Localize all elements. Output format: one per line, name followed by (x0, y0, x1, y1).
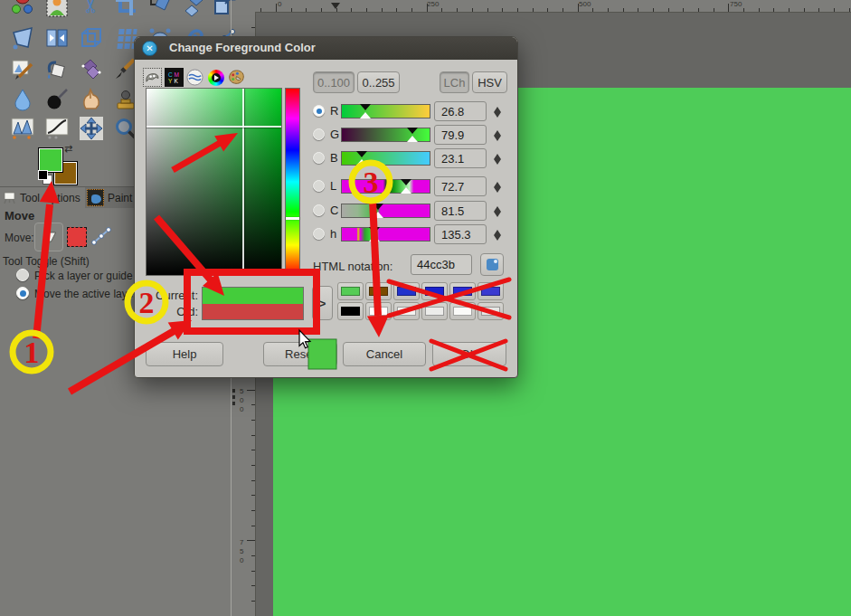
channel-g-value[interactable]: 79.9 (434, 125, 487, 145)
tab-tool-options-label: Tool Options (20, 192, 80, 204)
tool-curves[interactable] (42, 114, 72, 143)
color-picker-button[interactable] (480, 253, 504, 276)
horizontal-ruler[interactable]: 0 250 500 750 (232, 0, 851, 13)
palette-expander-button[interactable]: > (312, 286, 333, 320)
gradient-icon (80, 57, 103, 81)
reset-button[interactable]: Reset (263, 342, 337, 366)
tool-smudge[interactable] (76, 85, 107, 114)
radio-move-active[interactable] (16, 287, 29, 299)
tool-scissors-select[interactable]: ✂ (76, 0, 107, 20)
history-swatch[interactable] (478, 282, 504, 300)
channel-b-radio[interactable] (313, 152, 325, 164)
tool-foreground-select[interactable] (42, 0, 72, 20)
tool-gradient[interactable] (76, 54, 107, 83)
channel-r-value[interactable]: 26.8 (434, 101, 487, 121)
dialog-titlebar[interactable]: ✕ Change Foreground Color (135, 37, 517, 60)
tool-flip[interactable] (42, 24, 72, 52)
tool-unified-transform[interactable] (145, 0, 175, 20)
channel-g-radio[interactable] (313, 128, 325, 140)
tool-shear[interactable] (179, 0, 210, 20)
cancel-button[interactable]: Cancel (343, 342, 426, 366)
v-ruler-marker (232, 402, 235, 405)
history-swatch[interactable] (337, 302, 364, 320)
tool-move[interactable] (76, 114, 107, 143)
selector-palette-tab[interactable] (227, 68, 246, 87)
tool-mypaint-brush[interactable] (7, 54, 38, 83)
tool-levels[interactable] (7, 114, 38, 143)
channel-c-slider[interactable] (341, 204, 430, 218)
history-swatch[interactable] (421, 282, 448, 300)
channel-g-spinner[interactable] (489, 125, 506, 145)
channel-row-h: h 135.3 (135, 224, 517, 244)
history-swatch[interactable] (393, 282, 420, 300)
v-ruler-number: 500 (240, 387, 246, 414)
tool-bucket-fill[interactable] (42, 54, 72, 83)
foreground-select-icon (45, 0, 69, 17)
v-ruler-marker (232, 389, 235, 393)
history-swatch[interactable] (393, 302, 420, 320)
cube-icon (80, 26, 103, 50)
range-0-100-button[interactable]: 0..100 (313, 71, 355, 93)
help-button[interactable]: Help (146, 342, 223, 366)
history-swatch[interactable] (449, 282, 476, 300)
channel-l-spinner[interactable] (489, 176, 506, 196)
move-selection-button[interactable] (67, 227, 87, 247)
lch-button[interactable]: LCh (440, 71, 469, 93)
channel-h-value[interactable]: 135.3 (434, 224, 487, 244)
channel-l-radio[interactable] (313, 180, 325, 192)
v-ruler-number: 750 (240, 538, 246, 565)
selector-cmyk-tab[interactable]: CMYK (165, 68, 184, 87)
channel-r-label: R (330, 104, 338, 118)
tab-tool-options[interactable]: Tool Options (0, 187, 85, 208)
channel-b-value[interactable]: 23.1 (434, 148, 487, 168)
move-icon (80, 117, 103, 140)
range-0-255-button[interactable]: 0..255 (357, 71, 400, 93)
tool-blur[interactable] (7, 85, 38, 114)
channel-c-spinner[interactable] (489, 201, 506, 221)
selector-wheel-tab[interactable] (206, 68, 225, 87)
selector-gimp-tab[interactable] (143, 68, 162, 87)
history-swatch[interactable] (478, 302, 504, 320)
tool-crop[interactable] (110, 0, 141, 20)
channel-l-value[interactable]: 72.7 (434, 176, 487, 196)
close-icon[interactable]: ✕ (142, 41, 157, 56)
channel-r-slider[interactable] (341, 104, 430, 118)
tool-ink[interactable] (42, 85, 72, 114)
channel-row-l: L 72.7 (135, 176, 517, 196)
history-swatch[interactable] (449, 302, 476, 320)
radio-pick-layer[interactable] (16, 269, 29, 281)
swap-colors-icon[interactable]: ⇄ (64, 143, 72, 155)
channel-c-radio[interactable] (313, 204, 325, 216)
tool-perspective[interactable] (7, 24, 38, 52)
tool-scale[interactable] (209, 0, 240, 20)
selector-watercolor-tab[interactable] (185, 68, 204, 87)
scissors-icon: ✂ (80, 0, 103, 17)
channel-r-spinner[interactable] (489, 101, 506, 121)
svg-text:M: M (175, 71, 179, 78)
foreground-color-swatch[interactable] (38, 147, 63, 173)
channel-b-slider[interactable] (341, 151, 430, 166)
v-ruler-marker (232, 395, 235, 399)
tool-select-by-color[interactable] (7, 0, 38, 20)
move-layer-button[interactable] (34, 223, 63, 251)
history-swatch[interactable] (365, 302, 392, 320)
channel-c-value[interactable]: 81.5 (434, 201, 487, 221)
tool-3d-transform[interactable] (76, 24, 107, 52)
html-notation-input[interactable]: 44cc3b (411, 254, 472, 275)
channel-h-slider[interactable] (341, 227, 430, 242)
channel-b-spinner[interactable] (489, 148, 506, 168)
default-colors-black[interactable] (38, 170, 48, 180)
channel-l-slider[interactable] (341, 179, 430, 194)
history-swatch[interactable] (421, 302, 448, 320)
tool-toggle-label: Tool Toggle (Shift) (3, 255, 90, 268)
channel-g-slider[interactable] (341, 128, 430, 142)
move-path-button[interactable] (90, 225, 112, 247)
ok-button[interactable]: OK (432, 342, 506, 366)
history-swatch[interactable] (365, 282, 392, 300)
channel-h-radio[interactable] (313, 228, 325, 240)
history-swatch[interactable] (337, 282, 364, 300)
channel-h-spinner[interactable] (489, 224, 506, 244)
ink-icon (45, 88, 69, 111)
hsv-button[interactable]: HSV (472, 71, 507, 93)
channel-r-radio[interactable] (313, 105, 325, 117)
